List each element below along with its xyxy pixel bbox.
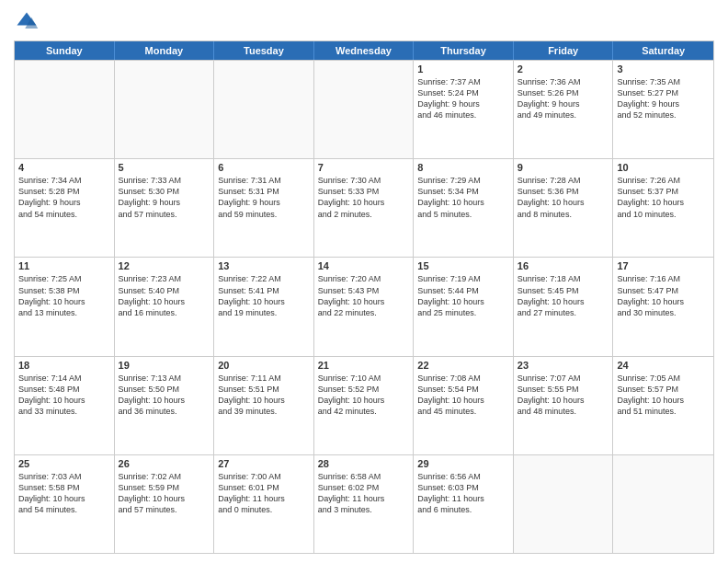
- day-info: Sunrise: 7:16 AM Sunset: 5:47 PM Dayligh…: [617, 273, 710, 318]
- day-info: Sunrise: 7:19 AM Sunset: 5:44 PM Dayligh…: [417, 273, 509, 318]
- day-number: 11: [18, 260, 110, 271]
- day-cell-5: 5Sunrise: 7:33 AM Sunset: 5:30 PM Daylig…: [115, 159, 215, 257]
- day-cell-9: 9Sunrise: 7:28 AM Sunset: 5:36 PM Daylig…: [514, 159, 614, 257]
- day-cell-27: 27Sunrise: 7:00 AM Sunset: 6:01 PM Dayli…: [214, 455, 314, 553]
- day-number: 25: [18, 458, 110, 469]
- calendar-row-2: 4Sunrise: 7:34 AM Sunset: 5:28 PM Daylig…: [15, 158, 713, 257]
- day-cell-14: 14Sunrise: 7:20 AM Sunset: 5:43 PM Dayli…: [314, 258, 415, 355]
- day-info: Sunrise: 7:14 AM Sunset: 5:48 PM Dayligh…: [18, 373, 110, 418]
- day-number: 5: [119, 162, 210, 173]
- day-cell-10: 10Sunrise: 7:26 AM Sunset: 5:37 PM Dayli…: [613, 159, 713, 257]
- day-info: Sunrise: 7:11 AM Sunset: 5:51 PM Dayligh…: [218, 373, 310, 418]
- day-number: 8: [417, 162, 509, 173]
- day-number: 24: [617, 360, 710, 371]
- day-info: Sunrise: 7:29 AM Sunset: 5:34 PM Dayligh…: [417, 175, 509, 220]
- day-number: 14: [318, 260, 410, 271]
- day-info: Sunrise: 7:33 AM Sunset: 5:30 PM Dayligh…: [119, 175, 210, 220]
- day-cell-12: 12Sunrise: 7:23 AM Sunset: 5:40 PM Dayli…: [115, 258, 215, 355]
- day-info: Sunrise: 6:56 AM Sunset: 6:03 PM Dayligh…: [417, 471, 509, 516]
- day-cell-7: 7Sunrise: 7:30 AM Sunset: 5:33 PM Daylig…: [314, 159, 415, 257]
- day-info: Sunrise: 7:28 AM Sunset: 5:36 PM Dayligh…: [518, 175, 609, 220]
- day-info: Sunrise: 7:08 AM Sunset: 5:54 PM Dayligh…: [417, 373, 509, 418]
- day-number: 7: [318, 162, 410, 173]
- calendar-row-3: 11Sunrise: 7:25 AM Sunset: 5:38 PM Dayli…: [15, 257, 713, 355]
- day-info: Sunrise: 7:31 AM Sunset: 5:31 PM Dayligh…: [218, 175, 310, 220]
- calendar-row-1: 1Sunrise: 7:37 AM Sunset: 5:24 PM Daylig…: [15, 60, 713, 158]
- header-cell-friday: Friday: [514, 41, 614, 60]
- logo-icon: [14, 9, 40, 35]
- day-cell-26: 26Sunrise: 7:02 AM Sunset: 5:59 PM Dayli…: [115, 455, 215, 553]
- day-info: Sunrise: 7:25 AM Sunset: 5:38 PM Dayligh…: [18, 273, 110, 318]
- header: [14, 9, 714, 35]
- day-cell-6: 6Sunrise: 7:31 AM Sunset: 5:31 PM Daylig…: [214, 159, 314, 257]
- day-cell-29: 29Sunrise: 6:56 AM Sunset: 6:03 PM Dayli…: [414, 455, 514, 553]
- day-cell-2: 2Sunrise: 7:36 AM Sunset: 5:26 PM Daylig…: [514, 61, 614, 158]
- day-number: 20: [218, 360, 310, 371]
- day-cell-8: 8Sunrise: 7:29 AM Sunset: 5:34 PM Daylig…: [414, 159, 514, 257]
- calendar-body: 1Sunrise: 7:37 AM Sunset: 5:24 PM Daylig…: [15, 60, 713, 553]
- day-number: 2: [518, 63, 609, 75]
- day-cell-11: 11Sunrise: 7:25 AM Sunset: 5:38 PM Dayli…: [15, 258, 115, 355]
- header-cell-monday: Monday: [115, 41, 215, 60]
- day-cell-22: 22Sunrise: 7:08 AM Sunset: 5:54 PM Dayli…: [414, 357, 514, 454]
- day-number: 10: [617, 162, 710, 173]
- day-number: 21: [318, 360, 410, 371]
- day-number: 13: [218, 260, 310, 271]
- day-info: Sunrise: 7:35 AM Sunset: 5:27 PM Dayligh…: [617, 76, 710, 121]
- day-number: 27: [218, 458, 310, 469]
- day-number: 23: [518, 360, 609, 371]
- day-cell-23: 23Sunrise: 7:07 AM Sunset: 5:55 PM Dayli…: [514, 357, 614, 454]
- day-cell-17: 17Sunrise: 7:16 AM Sunset: 5:47 PM Dayli…: [613, 258, 713, 355]
- day-number: 1: [417, 63, 509, 75]
- day-number: 28: [318, 458, 410, 469]
- day-number: 17: [617, 260, 710, 271]
- day-number: 26: [119, 458, 210, 469]
- day-cell-16: 16Sunrise: 7:18 AM Sunset: 5:45 PM Dayli…: [514, 258, 614, 355]
- empty-cell: [15, 61, 115, 158]
- calendar-row-5: 25Sunrise: 7:03 AM Sunset: 5:58 PM Dayli…: [15, 454, 713, 553]
- day-cell-25: 25Sunrise: 7:03 AM Sunset: 5:58 PM Dayli…: [15, 455, 115, 553]
- day-info: Sunrise: 7:36 AM Sunset: 5:26 PM Dayligh…: [518, 76, 609, 121]
- day-info: Sunrise: 7:05 AM Sunset: 5:57 PM Dayligh…: [617, 373, 710, 418]
- day-info: Sunrise: 7:23 AM Sunset: 5:40 PM Dayligh…: [119, 273, 210, 318]
- day-number: 9: [518, 162, 609, 173]
- day-info: Sunrise: 7:00 AM Sunset: 6:01 PM Dayligh…: [218, 471, 310, 516]
- day-info: Sunrise: 7:26 AM Sunset: 5:37 PM Dayligh…: [617, 175, 710, 220]
- day-cell-15: 15Sunrise: 7:19 AM Sunset: 5:44 PM Dayli…: [414, 258, 514, 355]
- header-cell-saturday: Saturday: [613, 41, 713, 60]
- header-cell-sunday: Sunday: [15, 41, 115, 60]
- day-info: Sunrise: 7:03 AM Sunset: 5:58 PM Dayligh…: [18, 471, 110, 516]
- day-cell-3: 3Sunrise: 7:35 AM Sunset: 5:27 PM Daylig…: [613, 61, 713, 158]
- calendar-row-4: 18Sunrise: 7:14 AM Sunset: 5:48 PM Dayli…: [15, 356, 713, 454]
- empty-cell: [514, 455, 614, 553]
- header-cell-wednesday: Wednesday: [314, 41, 415, 60]
- day-number: 22: [417, 360, 509, 371]
- day-cell-4: 4Sunrise: 7:34 AM Sunset: 5:28 PM Daylig…: [15, 159, 115, 257]
- day-number: 16: [518, 260, 609, 271]
- day-number: 4: [18, 162, 110, 173]
- empty-cell: [314, 61, 415, 158]
- day-info: Sunrise: 7:20 AM Sunset: 5:43 PM Dayligh…: [318, 273, 410, 318]
- day-number: 29: [417, 458, 509, 469]
- day-cell-19: 19Sunrise: 7:13 AM Sunset: 5:50 PM Dayli…: [115, 357, 215, 454]
- day-info: Sunrise: 7:22 AM Sunset: 5:41 PM Dayligh…: [218, 273, 310, 318]
- page: SundayMondayTuesdayWednesdayThursdayFrid…: [0, 0, 728, 563]
- day-info: Sunrise: 7:18 AM Sunset: 5:45 PM Dayligh…: [518, 273, 609, 318]
- empty-cell: [115, 61, 215, 158]
- calendar: SundayMondayTuesdayWednesdayThursdayFrid…: [14, 40, 714, 554]
- empty-cell: [214, 61, 314, 158]
- day-number: 12: [119, 260, 210, 271]
- day-info: Sunrise: 7:10 AM Sunset: 5:52 PM Dayligh…: [318, 373, 410, 418]
- empty-cell: [613, 455, 713, 553]
- day-info: Sunrise: 7:02 AM Sunset: 5:59 PM Dayligh…: [119, 471, 210, 516]
- day-cell-24: 24Sunrise: 7:05 AM Sunset: 5:57 PM Dayli…: [613, 357, 713, 454]
- day-info: Sunrise: 7:34 AM Sunset: 5:28 PM Dayligh…: [18, 175, 110, 220]
- day-number: 3: [617, 63, 710, 75]
- header-cell-tuesday: Tuesday: [214, 41, 314, 60]
- day-info: Sunrise: 7:07 AM Sunset: 5:55 PM Dayligh…: [518, 373, 609, 418]
- day-info: Sunrise: 7:37 AM Sunset: 5:24 PM Dayligh…: [417, 76, 509, 121]
- day-number: 6: [218, 162, 310, 173]
- day-cell-1: 1Sunrise: 7:37 AM Sunset: 5:24 PM Daylig…: [414, 61, 514, 158]
- calendar-header: SundayMondayTuesdayWednesdayThursdayFrid…: [15, 41, 713, 60]
- day-info: Sunrise: 7:30 AM Sunset: 5:33 PM Dayligh…: [318, 175, 410, 220]
